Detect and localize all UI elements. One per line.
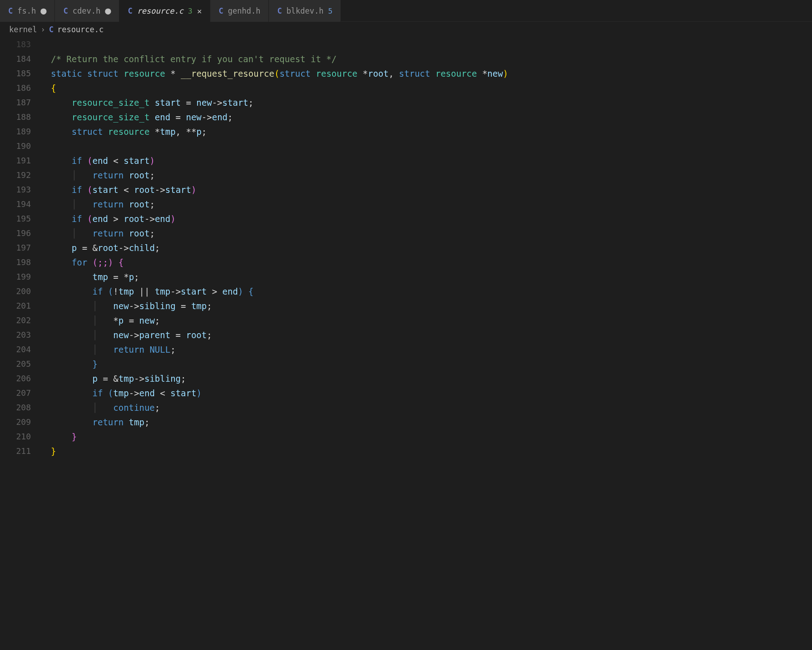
tab-label: fs.h [17,6,36,15]
c-file-icon: C [218,6,223,15]
tab-cdev-h[interactable]: C cdev.h ● [55,0,119,22]
code-line: } [51,429,812,444]
line-number: 205 [0,357,31,371]
code-line: │ return root; [51,168,812,182]
code-line: { [51,81,812,95]
line-number: 187 [0,95,31,110]
chevron-right-icon: › [40,25,45,34]
line-number: 202 [0,313,31,328]
line-number: 191 [0,153,31,168]
code-line: static struct resource * __request_resou… [51,66,812,81]
code-line [51,139,812,153]
tab-label: cdev.h [73,6,100,15]
code-line: /* Return the conflict entry if you can'… [51,52,812,66]
code-line: p = &root->child; [51,241,812,255]
code-line: │ continue; [51,400,812,415]
code-area[interactable]: /* Return the conflict entry if you can'… [42,37,812,458]
line-number: 197 [0,241,31,255]
line-number: 204 [0,342,31,357]
c-file-icon: C [63,6,68,15]
close-icon[interactable]: × [197,6,202,16]
code-editor[interactable]: 183 184 185 186 187 188 189 190 191 192 … [0,37,812,458]
line-number: 188 [0,110,31,124]
tab-genhd-h[interactable]: C genhd.h [210,0,269,22]
code-line: │ *p = new; [51,313,812,328]
tab-label: blkdev.h [287,6,324,15]
line-number: 183 [0,37,31,52]
tab-bar: C fs.h ● C cdev.h ● C resource.c 3 × C g… [0,0,812,22]
code-line: resource_size_t start = new->start; [51,95,812,110]
breadcrumb-folder: kernel [9,25,37,34]
line-number: 195 [0,212,31,226]
line-number: 185 [0,66,31,81]
line-number: 203 [0,328,31,342]
breadcrumb[interactable]: kernel › C resource.c [0,22,812,37]
tab-fs-h[interactable]: C fs.h ● [0,0,55,22]
code-line: for (;;) { [51,255,812,270]
tab-label: genhd.h [228,6,261,15]
line-number: 201 [0,299,31,313]
code-line [51,37,812,52]
line-number: 207 [0,386,31,400]
code-line: return tmp; [51,415,812,429]
line-number: 198 [0,255,31,270]
line-number-gutter: 183 184 185 186 187 188 189 190 191 192 … [0,37,42,458]
code-line: │ return root; [51,197,812,212]
line-number: 206 [0,371,31,386]
line-number: 186 [0,81,31,95]
code-line: } [51,357,812,371]
code-line: p = &tmp->sibling; [51,371,812,386]
tab-blkdev-h[interactable]: C blkdev.h 5 [269,0,341,22]
modified-dot-icon: ● [40,6,46,16]
code-line: if (tmp->end < start) [51,386,812,400]
code-line: │ new->sibling = tmp; [51,299,812,313]
code-line: if (!tmp || tmp->start > end) { [51,284,812,299]
tab-resource-c[interactable]: C resource.c 3 × [119,0,210,22]
line-number: 209 [0,415,31,429]
modified-dot-icon: ● [105,6,111,16]
line-number: 211 [0,444,31,458]
code-line: if (end < start) [51,153,812,168]
line-number: 190 [0,139,31,153]
line-number: 193 [0,182,31,197]
c-file-icon: C [8,6,13,15]
git-badge: 3 [188,7,193,15]
code-line: │ return NULL; [51,342,812,357]
line-number: 184 [0,52,31,66]
code-line: struct resource *tmp, **p; [51,124,812,139]
c-file-icon: C [128,6,132,15]
line-number: 200 [0,284,31,299]
code-line: if (start < root->start) [51,182,812,197]
code-line: tmp = *p; [51,270,812,284]
line-number: 196 [0,226,31,241]
code-line: │ new->parent = root; [51,328,812,342]
code-line: │ return root; [51,226,812,241]
line-number: 199 [0,270,31,284]
line-number: 210 [0,429,31,444]
c-file-icon: C [277,6,282,15]
code-line: } [51,444,812,458]
line-number: 194 [0,197,31,212]
git-badge: 5 [328,7,333,15]
line-number: 192 [0,168,31,182]
breadcrumb-file: resource.c [57,25,104,34]
line-number: 208 [0,400,31,415]
code-line: resource_size_t end = new->end; [51,110,812,124]
line-number: 189 [0,124,31,139]
code-line: if (end > root->end) [51,212,812,226]
tab-label: resource.c [137,6,183,15]
c-file-icon: C [49,25,54,34]
